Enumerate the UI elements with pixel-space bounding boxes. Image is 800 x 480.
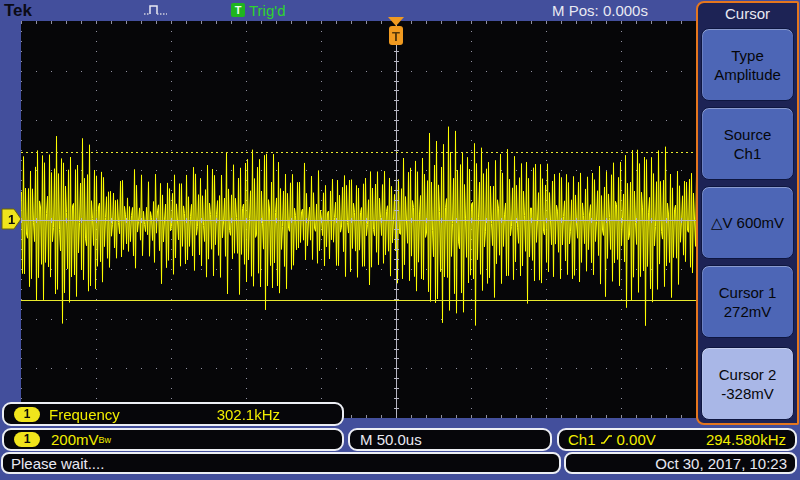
timebase-value: M 50.0us bbox=[360, 431, 422, 448]
button-value: Amplitude bbox=[714, 65, 781, 84]
button-label: Type bbox=[731, 46, 764, 65]
measurement-value: 302.1kHz bbox=[217, 406, 280, 423]
button-value: -328mV bbox=[721, 384, 774, 403]
status-message: Please wait.... bbox=[11, 455, 104, 472]
button-label: Source bbox=[724, 125, 772, 144]
button-label: Cursor 2 bbox=[719, 365, 777, 384]
sidebar-button-type[interactable]: Type Amplitude bbox=[701, 28, 794, 101]
graticule-area bbox=[21, 21, 697, 418]
trigger-level: 0.00V bbox=[617, 431, 656, 448]
ch1-scale-value: 200mV bbox=[51, 431, 99, 448]
sidebar-button-source[interactable]: Source Ch1 bbox=[701, 107, 794, 180]
button-label: △V 600mV bbox=[711, 213, 784, 232]
bandwidth-limit-indicator: Bw bbox=[99, 435, 112, 445]
channel-badge: 1 bbox=[14, 407, 40, 422]
trigger-status: Trig'd bbox=[249, 2, 285, 19]
button-value: 272mV bbox=[724, 302, 772, 321]
waveform-canvas bbox=[21, 21, 697, 418]
rising-edge-icon bbox=[600, 433, 613, 446]
menu-title: Cursor bbox=[698, 3, 797, 24]
trigger-frequency: 294.580kHz bbox=[706, 431, 786, 448]
trigger-position-marker[interactable]: T bbox=[387, 16, 405, 47]
oscilloscope-screen: Tek T Trig'd M Pos: 0.000s 1 T Cursor Ty… bbox=[0, 0, 800, 480]
measurement-readout: 1 Frequency 302.1kHz bbox=[2, 402, 344, 426]
trigger-source: Ch1 bbox=[568, 431, 596, 448]
trigger-readout: Ch1 0.00V 294.580kHz bbox=[557, 428, 797, 451]
sidebar-button-cursor1[interactable]: Cursor 1 272mV bbox=[701, 265, 794, 338]
tek-logo: Tek bbox=[4, 1, 32, 21]
measurement-label: Frequency bbox=[49, 406, 120, 423]
channel1-marker[interactable]: 1 bbox=[1, 208, 22, 230]
sidebar-button-cursor2[interactable]: Cursor 2 -328mV bbox=[701, 347, 794, 420]
cursor-menu-panel: Cursor Type Amplitude Source Ch1 △V 600m… bbox=[696, 1, 799, 425]
button-label: Cursor 1 bbox=[719, 283, 777, 302]
status-message-bar: Please wait.... bbox=[1, 452, 561, 474]
trigger-badge-icon: T bbox=[231, 3, 245, 17]
pulse-waveform-icon bbox=[143, 3, 169, 17]
datetime-value: Oct 30, 2017, 10:23 bbox=[655, 455, 787, 472]
ch1-scale-readout: 1 200mV Bw bbox=[2, 428, 344, 451]
sidebar-button-delta-v[interactable]: △V 600mV bbox=[701, 186, 794, 259]
svg-text:T: T bbox=[392, 29, 400, 44]
channel-badge: 1 bbox=[14, 432, 40, 447]
horizontal-position-readout: M Pos: 0.000s bbox=[520, 2, 680, 19]
button-value: Ch1 bbox=[734, 144, 762, 163]
timebase-readout: M 50.0us bbox=[348, 428, 552, 451]
datetime-bar: Oct 30, 2017, 10:23 bbox=[564, 452, 797, 474]
svg-text:1: 1 bbox=[8, 212, 15, 227]
